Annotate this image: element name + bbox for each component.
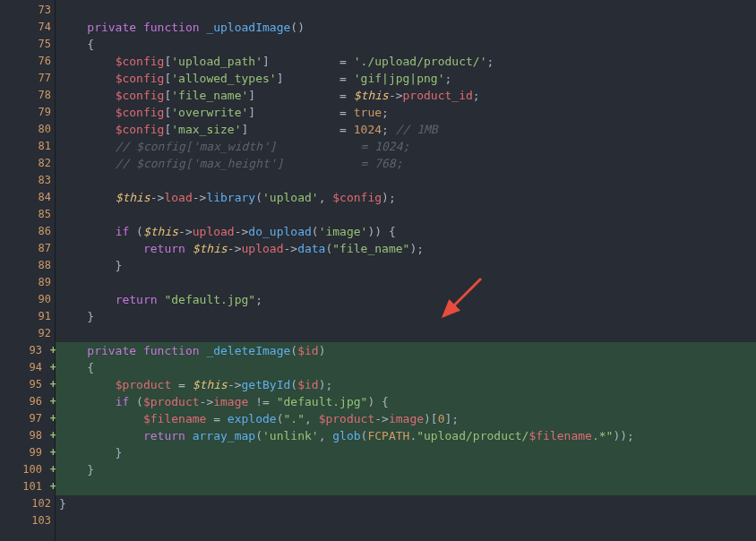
line-number: 100	[0, 461, 55, 478]
code-line[interactable]: // $config['max_width'] = 1024;	[56, 138, 756, 155]
code-line[interactable]	[56, 512, 756, 529]
code-content[interactable]: private function _uploadImage() { $confi…	[56, 0, 756, 541]
line-number: 76	[0, 53, 55, 70]
line-number: 82	[0, 155, 55, 172]
code-line[interactable]	[56, 274, 756, 291]
code-line[interactable]: $config['file_name'] = $this->product_id…	[56, 87, 756, 104]
line-number: 74	[0, 19, 55, 36]
line-number: 98	[0, 427, 55, 444]
line-number: 80	[0, 121, 55, 138]
code-line[interactable]: private function _deleteImage($id)	[56, 342, 756, 359]
line-number: 92	[0, 325, 55, 342]
line-number: 90	[0, 291, 55, 308]
line-number: 102	[0, 495, 55, 512]
line-number: 85	[0, 206, 55, 223]
line-number: 103	[0, 512, 55, 529]
line-number: 97	[0, 410, 55, 427]
code-line[interactable]: {	[56, 36, 756, 53]
code-line[interactable]: {	[56, 359, 756, 376]
line-number: 73	[0, 2, 55, 19]
line-number: 83	[0, 172, 55, 189]
line-number: 88	[0, 257, 55, 274]
code-line[interactable]: if ($this->upload->do_upload('image')) {	[56, 223, 756, 240]
line-number: 89	[0, 274, 55, 291]
code-line[interactable]: $config['allowed_types'] = 'gif|jpg|png'…	[56, 70, 756, 87]
line-number: 86	[0, 223, 55, 240]
code-line[interactable]: return "default.jpg";	[56, 291, 756, 308]
line-number: 91	[0, 308, 55, 325]
line-number: 95	[0, 376, 55, 393]
code-line[interactable]: $this->load->library('upload', $config);	[56, 189, 756, 206]
code-line[interactable]: $filename = explode(".", $product->image…	[56, 410, 756, 427]
code-line[interactable]: }	[56, 495, 756, 512]
code-line[interactable]	[56, 172, 756, 189]
line-number: 93	[0, 342, 55, 359]
code-line[interactable]	[56, 2, 756, 19]
code-line[interactable]: return array_map('unlink', glob(FCPATH."…	[56, 427, 756, 444]
code-line[interactable]: }	[56, 257, 756, 274]
line-number: 77	[0, 70, 55, 87]
code-line[interactable]	[56, 206, 756, 223]
code-line[interactable]: if ($product->image != "default.jpg") {	[56, 393, 756, 410]
line-number: 84	[0, 189, 55, 206]
code-line[interactable]: }	[56, 461, 756, 478]
line-number: 81	[0, 138, 55, 155]
line-number: 96	[0, 393, 55, 410]
code-editor[interactable]: 7374757677787980818283848586878889909192…	[0, 0, 756, 541]
code-line[interactable]: private function _uploadImage()	[56, 19, 756, 36]
line-number: 87	[0, 240, 55, 257]
code-line[interactable]	[56, 325, 756, 342]
line-number: 99	[0, 444, 55, 461]
code-line[interactable]: $config['overwrite'] = true;	[56, 104, 756, 121]
line-number: 75	[0, 36, 55, 53]
code-line[interactable]	[56, 478, 756, 495]
line-number: 101	[0, 478, 55, 495]
line-number: 79	[0, 104, 55, 121]
code-line[interactable]: $config['upload_path'] = './upload/produ…	[56, 53, 756, 70]
line-number-gutter: 7374757677787980818283848586878889909192…	[0, 0, 56, 541]
code-line[interactable]: return $this->upload->data("file_name");	[56, 240, 756, 257]
code-line[interactable]: }	[56, 308, 756, 325]
code-line[interactable]: // $config['max_height'] = 768;	[56, 155, 756, 172]
line-number: 94	[0, 359, 55, 376]
code-line[interactable]: $config['max_size'] = 1024; // 1MB	[56, 121, 756, 138]
code-line[interactable]: $product = $this->getById($id);	[56, 376, 756, 393]
line-number: 78	[0, 87, 55, 104]
code-line[interactable]: }	[56, 444, 756, 461]
